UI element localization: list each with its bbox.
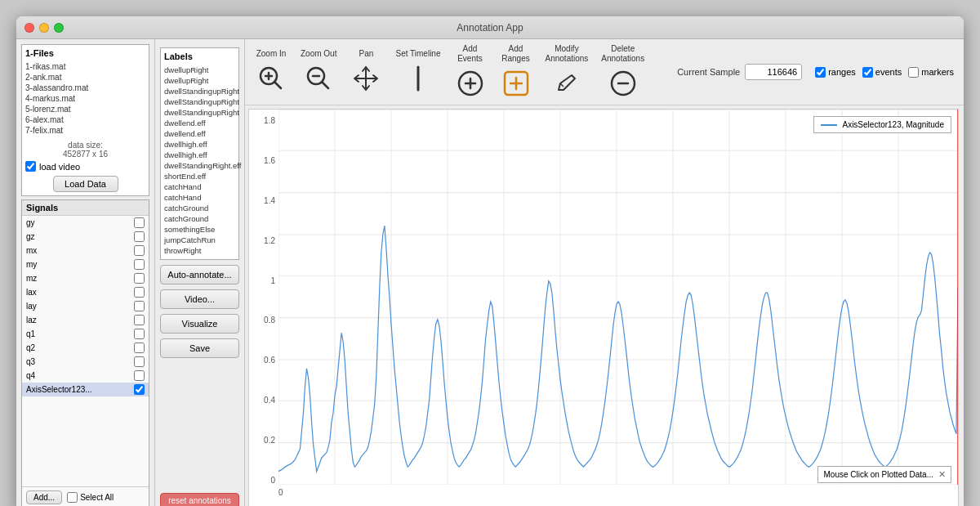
markers-checkbox-label[interactable]: markers (908, 67, 954, 78)
events-checkbox[interactable] (862, 67, 873, 78)
current-sample-input[interactable]: 116646 (745, 64, 802, 80)
zoom-out-tool[interactable]: Zoom Out (301, 49, 336, 95)
events-checkbox-label[interactable]: events (862, 67, 902, 78)
list-item: dwellend.eff (164, 128, 235, 139)
add-ranges-tool[interactable]: AddRanges (500, 44, 532, 100)
minimize-button[interactable] (39, 23, 49, 33)
signal-checkbox-gy[interactable] (134, 217, 145, 228)
status-box: Mouse Click on Plotted Data... ✕ (817, 466, 951, 483)
list-item: dwellStandingRight.eff (164, 160, 235, 171)
list-item[interactable]: 3-alassandro.mat (25, 83, 145, 93)
select-all-checkbox[interactable] (67, 492, 78, 503)
signal-checkbox-lay[interactable] (134, 301, 145, 311)
list-item: q1 (22, 327, 149, 341)
svg-line-14 (560, 83, 564, 87)
list-item[interactable]: 7-felix.mat (25, 125, 145, 136)
list-item: AxisSelector123... (22, 383, 149, 396)
zoom-in-tool[interactable]: Zoom In (255, 49, 287, 95)
delete-annotations-icon[interactable] (607, 67, 639, 100)
delete-annotations-tool[interactable]: DeleteAnnotations (601, 44, 644, 100)
load-video-row: load video (25, 161, 145, 172)
signal-checkbox-mz[interactable] (134, 273, 145, 284)
signal-checkbox-axis[interactable] (134, 384, 145, 395)
list-item: mx (22, 244, 149, 257)
reset-annotations-button[interactable]: reset annotations (160, 493, 239, 506)
signal-checkbox-q2[interactable] (134, 343, 145, 353)
save-button[interactable]: Save (160, 338, 239, 358)
middle-panel: Labels dwellupRight dwellupRight dwellSt… (155, 39, 245, 506)
chart-svg (278, 110, 958, 485)
list-item: gz (22, 230, 149, 244)
main-content: 1-Files 1-rikas.mat 2-ank.mat 3-alassand… (16, 39, 964, 506)
add-events-tool[interactable]: AddEvents (454, 44, 487, 100)
list-item: catchGround (164, 213, 235, 224)
list-item: q3 (22, 355, 149, 369)
status-close-icon[interactable]: ✕ (938, 469, 946, 480)
list-item: my (22, 257, 149, 271)
left-panel: 1-Files 1-rikas.mat 2-ank.mat 3-alassand… (16, 39, 155, 506)
signal-list: gy gz mx my mz lax lay laz q1 q2 q3 q4 A… (22, 216, 149, 486)
window-title: Annotation App (457, 22, 523, 34)
current-sample-label: Current Sample (677, 67, 740, 77)
ranges-checkbox[interactable] (815, 67, 826, 78)
files-box: 1-Files 1-rikas.mat 2-ank.mat 3-alassand… (21, 44, 149, 196)
set-timeline-icon[interactable] (402, 62, 434, 95)
list-item: laz (22, 313, 149, 327)
list-item[interactable]: 1-rikas.mat (25, 61, 145, 72)
visualize-button[interactable]: Visualize (160, 314, 239, 334)
modify-annotations-icon[interactable] (550, 67, 583, 100)
maximize-button[interactable] (54, 23, 64, 33)
video-button[interactable]: Video... (160, 289, 239, 309)
title-bar: Annotation App (16, 16, 964, 39)
list-item: q2 (22, 341, 149, 355)
list-item: dwellStandingupRight (164, 96, 235, 107)
zoom-in-icon[interactable] (255, 62, 287, 95)
svg-line-5 (322, 82, 328, 88)
signal-checkbox-q1[interactable] (134, 329, 145, 339)
signals-footer: Add... Select All (22, 486, 149, 506)
signal-checkbox-laz[interactable] (134, 315, 145, 325)
zoom-in-label: Zoom In (256, 49, 287, 59)
add-ranges-icon[interactable] (500, 67, 532, 100)
load-video-label: load video (39, 162, 80, 172)
svg-line-1 (274, 82, 281, 88)
signal-checkbox-mx[interactable] (134, 245, 145, 256)
signal-checkbox-q4[interactable] (134, 370, 145, 381)
zoom-out-label: Zoom Out (301, 49, 336, 59)
list-item[interactable]: 4-markus.mat (25, 93, 145, 104)
add-events-icon[interactable] (454, 67, 487, 100)
list-item: somethingElse (164, 224, 235, 235)
list-item[interactable]: 6-alex.mat (25, 114, 145, 125)
signal-checkbox-lax[interactable] (134, 287, 145, 298)
select-all-label[interactable]: Select All (67, 492, 114, 503)
list-item: dwellend.eff (164, 118, 235, 128)
signal-checkbox-my[interactable] (134, 259, 145, 270)
zoom-out-icon[interactable] (302, 62, 335, 95)
modify-annotations-tool[interactable]: ModifyAnnotations (546, 44, 589, 100)
list-item: throwRight (164, 245, 235, 256)
set-timeline-tool[interactable]: Set Timeline (395, 49, 440, 95)
load-video-checkbox[interactable] (25, 161, 36, 172)
signal-checkbox-gz[interactable] (134, 231, 145, 242)
close-button[interactable] (24, 23, 34, 33)
list-item: dwellhigh.eff (164, 139, 235, 150)
add-signal-button[interactable]: Add... (26, 490, 62, 504)
auto-annotate-button[interactable]: Auto-annotate... (160, 265, 239, 284)
signal-checkbox-q3[interactable] (134, 356, 145, 367)
pan-icon[interactable] (350, 62, 382, 95)
list-item[interactable]: 2-ank.mat (25, 72, 145, 83)
app-window: Annotation App 1-Files 1-rikas.mat 2-ank… (16, 16, 964, 506)
delete-annotations-label: DeleteAnnotations (601, 44, 644, 64)
list-item: shortEnd.eff (164, 171, 235, 181)
add-ranges-label: AddRanges (501, 44, 529, 64)
pan-tool[interactable]: Pan (350, 49, 382, 95)
chart-area[interactable]: 1.8 1.6 1.4 1.2 1 0.8 0.6 0.4 0.2 0 (248, 109, 959, 506)
ranges-checkbox-label[interactable]: ranges (815, 67, 856, 78)
pan-label: Pan (359, 49, 374, 59)
load-data-button[interactable]: Load Data (53, 176, 118, 192)
list-item: lax (22, 285, 149, 299)
markers-checkbox[interactable] (908, 67, 919, 78)
list-item: catchHand (164, 192, 235, 203)
legend-label: AxisSelector123, Magnitude (842, 120, 944, 129)
list-item[interactable]: 5-lorenz.mat (25, 104, 145, 114)
